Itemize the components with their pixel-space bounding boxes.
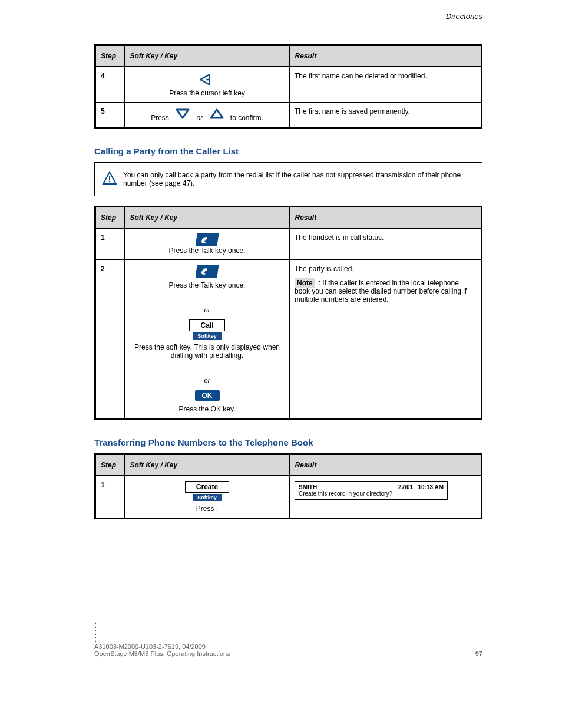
key-cell: Press or to confirm. <box>125 103 290 128</box>
col-step: Step <box>95 207 125 229</box>
step-number: 5 <box>95 103 125 128</box>
warning-icon <box>102 171 117 187</box>
key-prefix: Press <box>151 114 171 122</box>
key-instruction: Press the soft key. This is only display… <box>130 343 285 360</box>
key-cell: Press the Talk key once. or Call Softkey… <box>125 260 290 419</box>
col-result: Result <box>290 45 482 67</box>
result-cell: The handset is in call status. <box>290 228 482 260</box>
note-tag: Note <box>295 278 315 288</box>
table-row: 1 Press the Talk key once. The handset i… <box>95 228 482 260</box>
col-step: Step <box>95 454 125 476</box>
key-cell: Press the cursor left key <box>125 67 290 103</box>
col-key: Soft Key / Key <box>125 45 290 67</box>
footer-doc: A31003-M2000-U103-2-7619, 04/2009 <box>94 643 230 650</box>
phone-screen: SMITH 27/01 10:13 AM Create this record … <box>295 481 448 500</box>
step-number: 1 <box>95 228 125 260</box>
key-instruction: Press the OK key. <box>179 405 236 413</box>
page-header-title: Directories <box>94 12 482 21</box>
calling-table: Step Soft Key / Key Result 1 Press the T… <box>94 206 482 420</box>
call-softkey[interactable]: Call <box>189 319 224 331</box>
section-heading-transfer: Transferring Phone Numbers to the Teleph… <box>94 437 482 447</box>
edit-name-table: Step Soft Key / Key Result 4 Press the c… <box>94 44 482 129</box>
col-step: Step <box>95 45 125 67</box>
or-text: or <box>196 114 204 122</box>
result-cell: The first name is saved permanently. <box>290 103 482 128</box>
result-text: The party is called. <box>295 265 476 273</box>
note-text: You can only call back a party from the … <box>123 171 475 187</box>
result-cell: SMITH 27/01 10:13 AM Create this record … <box>290 476 482 519</box>
footer-dots-icon: ······ <box>94 622 230 643</box>
result-cell: The party is called. Note: If the caller… <box>290 260 482 419</box>
col-result: Result <box>290 207 482 229</box>
softkey-badge: Softkey <box>193 332 222 340</box>
key-cell: Press the Talk key once. <box>125 228 290 260</box>
nav-down-icon <box>171 114 196 122</box>
step-number: 1 <box>95 476 125 519</box>
svg-point-2 <box>109 181 111 183</box>
screen-time: 10:13 AM <box>418 484 444 490</box>
create-softkey[interactable]: Create <box>185 481 229 493</box>
page-number: 97 <box>475 650 482 657</box>
talk-key-icon <box>196 233 219 246</box>
or-text: or <box>204 377 210 384</box>
nav-up-icon <box>205 114 230 122</box>
result-cell: The first name can be deleted or modifie… <box>290 67 482 103</box>
cursor-left-icon <box>197 81 217 89</box>
step-number: 4 <box>95 67 125 103</box>
footer-product: OpenStage M3/M3 Plus, Operating Instruct… <box>94 650 230 657</box>
key-instruction: Press the Talk key once. <box>169 281 246 289</box>
key-suffix: to confirm. <box>230 114 263 122</box>
table-row: 4 Press the cursor left key The first na… <box>95 67 482 103</box>
key-instruction: Press the cursor left key <box>169 89 245 97</box>
table-row: 5 Press or to confirm. The first name is… <box>95 103 482 128</box>
key-instruction: Press the Talk key once. <box>169 246 246 255</box>
softkey-badge: Softkey <box>193 494 222 501</box>
screen-message: Create this record in your directory? <box>299 490 444 497</box>
col-key: Soft Key / Key <box>125 207 290 229</box>
screen-date: 27/01 <box>398 484 413 490</box>
or-text: or <box>204 307 210 314</box>
page-footer: ······ A31003-M2000-U103-2-7619, 04/2009… <box>94 622 482 657</box>
screen-name: SMITH <box>299 484 317 490</box>
col-key: Soft Key / Key <box>125 454 290 476</box>
callback-note-box: You can only call back a party from the … <box>94 162 482 196</box>
step-number: 2 <box>95 260 125 419</box>
note-body: : If the caller is entered in the local … <box>295 279 467 304</box>
col-result: Result <box>290 454 482 476</box>
key-cell: Create Softkey Press . <box>125 476 290 519</box>
talk-key-icon <box>196 265 219 278</box>
section-heading-calling: Calling a Party from the Caller List <box>94 146 482 156</box>
table-row: 1 Create Softkey Press . SMITH 27/01 10:… <box>95 476 482 519</box>
key-instruction: Press . <box>196 505 218 513</box>
transfer-table: Step Soft Key / Key Result 1 Create Soft… <box>94 453 482 519</box>
table-row: 2 Press the Talk key once. or Call Softk… <box>95 260 482 419</box>
ok-button[interactable]: OK <box>195 390 220 401</box>
